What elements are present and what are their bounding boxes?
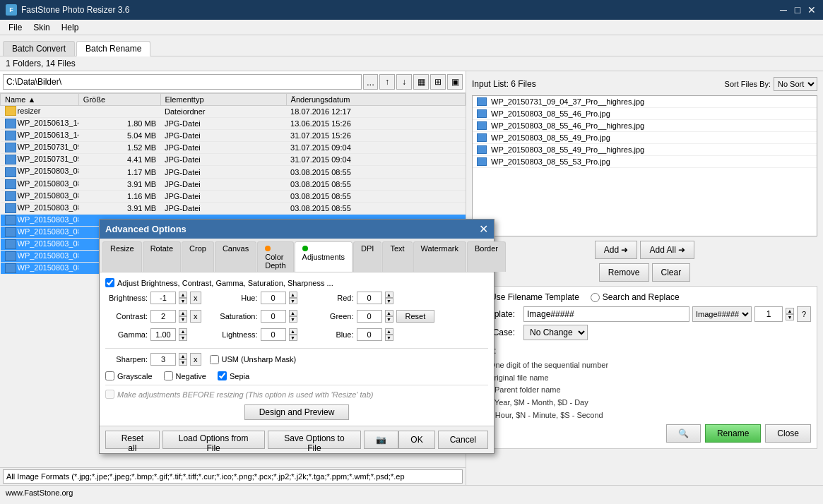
blue-down[interactable]: ▼ [385,335,393,341]
note-text-span: Make adjustments BEFORE resizing (This o… [117,390,373,399]
sepia-checkbox[interactable] [218,371,227,380]
lightness-label: Lightness: [215,330,258,339]
contrast-label: Contrast: [105,312,148,320]
contrast-group: Contrast: ▲ ▼ x [105,310,201,323]
usm-checkbox[interactable] [210,355,219,364]
red-label: Red: [312,294,354,302]
dialog-title-bar: Advanced Options ✕ [100,220,494,239]
sharpen-spin: ▲ ▼ [179,353,187,366]
blue-input[interactable] [357,328,382,341]
lightness-group: Lightness: ▲ ▼ [215,328,297,341]
mid-col: Hue: ▲ ▼ Saturation: ▲ ▼ [215,292,297,344]
hue-label: Hue: [215,294,258,302]
adjust-checkbox-row: Adjust Brightness, Contrast, Gamma, Satu… [105,278,488,287]
lightness-input[interactable] [261,328,286,341]
contrast-reset[interactable]: x [190,310,201,323]
negative-checkbox[interactable] [164,371,173,380]
blue-label: Blue: [312,330,354,339]
saturation-spin: ▲ ▼ [289,310,297,323]
tab-resize[interactable]: Resize [102,241,142,272]
gamma-group: Gamma: ▲ ▼ [105,328,201,341]
contrast-down[interactable]: ▼ [179,316,187,323]
cancel-button[interactable]: Cancel [438,431,488,449]
gamma-up[interactable]: ▲ [179,328,187,335]
tab-adjustments[interactable]: Adjustments [295,241,353,272]
saturation-down[interactable]: ▼ [289,316,297,323]
brightness-up[interactable]: ▲ [179,292,187,298]
adjust-checkbox[interactable] [105,278,114,287]
usm-label[interactable]: USM (Unsharp Mask) [210,355,297,364]
negative-label[interactable]: Negative [164,371,206,380]
contrast-input[interactable] [150,310,176,323]
red-down[interactable]: ▼ [385,298,393,304]
brightness-group: Brightness: ▲ ▼ x [105,292,201,304]
contrast-spin: ▲ ▼ [179,310,187,323]
brightness-down[interactable]: ▼ [179,298,187,304]
checkboxes-row: Grayscale Negative Sepia [105,371,488,380]
reset-all-button[interactable]: Reset all [105,431,160,449]
red-group: Red: ▲ ▼ [312,292,435,304]
gamma-input[interactable] [150,328,176,341]
sharpen-reset[interactable]: x [190,353,201,366]
form-row-1: Brightness: ▲ ▼ x Contrast: ▲ ▼ [105,292,488,344]
lightness-spin: ▲ ▼ [289,328,297,341]
ok-button[interactable]: OK [398,431,434,449]
design-preview-button[interactable]: Design and Preview [244,404,350,420]
hue-input[interactable] [261,292,286,304]
blue-up[interactable]: ▲ [385,328,393,335]
brightness-spin: ▲ ▼ [179,292,187,304]
separator-2 [105,385,488,385]
brightness-reset[interactable]: x [190,292,201,304]
gamma-label: Gamma: [105,330,148,339]
tab-rotate[interactable]: Rotate [143,241,181,272]
green-spin: ▲ ▼ [385,310,393,323]
sharpen-input[interactable] [150,353,176,366]
hue-up[interactable]: ▲ [289,292,297,298]
blue-group: Blue: ▲ ▼ [312,328,435,341]
saturation-up[interactable]: ▲ [289,310,297,316]
red-spin: ▲ ▼ [385,292,393,304]
load-options-button[interactable]: Load Options from File [162,431,265,449]
green-up[interactable]: ▲ [385,310,393,316]
dialog-close-button[interactable]: ✕ [479,222,488,236]
hue-group: Hue: ▲ ▼ [215,292,297,304]
adjust-checkbox-text: Adjust Brightness, Contrast, Gamma, Satu… [117,279,333,287]
tab-color-depth[interactable]: Color Depth [257,241,293,272]
tab-dpi[interactable]: DPI [353,241,381,272]
sharpen-group: Sharpen: ▲ ▼ x USM (Unsharp Mask) [105,353,488,366]
tab-text[interactable]: Text [382,241,412,272]
green-input[interactable] [357,310,382,323]
saturation-label: Saturation: [215,312,258,320]
green-down[interactable]: ▼ [385,316,393,323]
note-checkbox [105,390,114,399]
dialog-overlay: Advanced Options ✕ Resize Rotate Crop Ca… [0,0,823,504]
gamma-spin: ▲ ▼ [179,328,187,341]
saturation-group: Saturation: ▲ ▼ [215,310,297,323]
grayscale-checkbox[interactable] [105,371,114,380]
sharpen-up[interactable]: ▲ [179,353,187,359]
red-up[interactable]: ▲ [385,292,393,298]
hue-down[interactable]: ▼ [289,298,297,304]
footer-right: OK Cancel [398,431,488,449]
tab-canvas[interactable]: Canvas [215,241,256,272]
lightness-down[interactable]: ▼ [289,335,297,341]
tab-border[interactable]: Border [467,241,506,272]
dialog-tabs: Resize Rotate Crop Canvas Color Depth Ad… [100,239,494,272]
camera-icon-button[interactable]: 📷 [364,431,398,449]
usm-text: USM (Unsharp Mask) [222,355,297,364]
sepia-label[interactable]: Sepia [218,371,249,380]
contrast-up[interactable]: ▲ [179,310,187,316]
brightness-input[interactable] [150,292,176,304]
color-reset-button[interactable]: Reset [396,310,435,323]
gamma-down[interactable]: ▼ [179,335,187,341]
red-input[interactable] [357,292,382,304]
adjust-checkbox-label[interactable]: Adjust Brightness, Contrast, Gamma, Satu… [105,278,488,287]
saturation-input[interactable] [261,310,286,323]
tab-watermark[interactable]: Watermark [413,241,466,272]
tab-crop[interactable]: Crop [182,241,214,272]
grayscale-label[interactable]: Grayscale [105,371,153,380]
lightness-up[interactable]: ▲ [289,328,297,335]
save-options-button[interactable]: Save Options to File [268,431,362,449]
green-label: Green: [312,312,354,320]
sharpen-down[interactable]: ▼ [179,359,187,366]
